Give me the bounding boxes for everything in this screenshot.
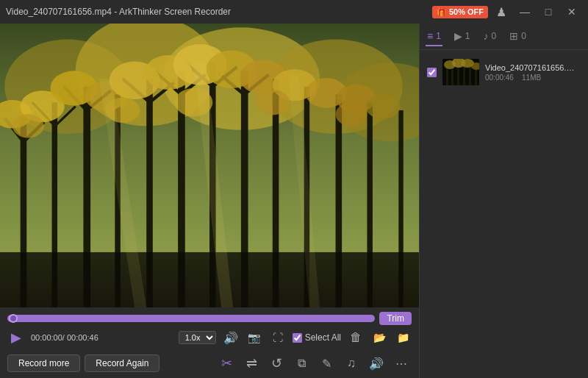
- gift-icon: 🎁: [437, 7, 447, 17]
- file-list: Video_240707161656.mp4 00:00:46 11MB: [420, 50, 588, 378]
- svg-rect-51: [0, 252, 419, 307]
- svg-point-46: [12, 114, 44, 138]
- file-thumbnail: [442, 59, 479, 85]
- svg-point-50: [336, 102, 368, 126]
- edit-tool-icon[interactable]: ✎: [316, 353, 337, 374]
- image-tab-count: 0: [521, 31, 526, 41]
- playback-row: ▶ 00:00:00/ 00:00:46 1.0x 0.5x 1.5x 2.0x…: [7, 329, 412, 346]
- timeline-thumb[interactable]: [9, 314, 18, 323]
- minimize-button[interactable]: —: [514, 1, 535, 22]
- action-left: Record more Record Again: [7, 354, 159, 372]
- play-button[interactable]: ▶: [7, 329, 25, 346]
- volume-icon[interactable]: 🔊: [222, 329, 240, 346]
- title-bar-left: Video_240707161656.mp4 - ArkThinker Scre…: [6, 7, 231, 17]
- left-panel: Trim ▶ 00:00:00/ 00:00:46 1.0x 0.5x 1.5x…: [0, 24, 419, 378]
- file-duration: 00:00:46: [485, 74, 514, 82]
- timeline-row: Trim: [7, 312, 412, 325]
- video-tab-icon: ▶: [454, 30, 462, 42]
- more-tool-icon[interactable]: ⋯: [391, 353, 412, 374]
- select-all-checkbox[interactable]: [293, 333, 302, 343]
- rotate-tool-icon[interactable]: ↺: [266, 353, 287, 374]
- video-area: [0, 24, 419, 307]
- video-tab-count: 1: [465, 31, 470, 41]
- camera-icon[interactable]: 📷: [245, 329, 263, 346]
- close-button[interactable]: ✕: [562, 1, 582, 22]
- right-panel: ≡ 1 ▶ 1 ♪ 0 ⊞ 0: [419, 24, 588, 378]
- audio-tab-icon: ♪: [484, 30, 489, 42]
- action-right: ✂ ⇌ ↺ ⧉ ✎ ♫ 🔊 ⋯: [216, 353, 412, 374]
- audio-tab-count: 0: [492, 31, 497, 41]
- file-item[interactable]: Video_240707161656.mp4 00:00:46 11MB: [424, 54, 584, 90]
- select-all-label[interactable]: Select All: [293, 332, 341, 343]
- title-bar-right: 🎁 50% OFF ♟ — □ ✕: [432, 1, 582, 22]
- maximize-button[interactable]: □: [538, 1, 559, 22]
- copy-tool-icon[interactable]: ⧉: [291, 353, 312, 374]
- folder-open-icon[interactable]: 📂: [370, 329, 388, 346]
- folder-icon[interactable]: 📁: [394, 329, 412, 346]
- audio-tool-icon[interactable]: 🔊: [366, 353, 387, 374]
- select-all-text: Select All: [305, 332, 341, 343]
- forest-svg: [0, 24, 419, 307]
- promo-badge[interactable]: 🎁 50% OFF: [432, 6, 488, 18]
- file-meta: 00:00:46 11MB: [485, 74, 581, 82]
- tab-list[interactable]: ≡ 1: [426, 27, 442, 46]
- speed-select[interactable]: 1.0x 0.5x 1.5x 2.0x: [179, 331, 216, 344]
- time-display: 00:00:00/ 00:00:46: [31, 333, 98, 342]
- timeline-track[interactable]: [7, 315, 375, 322]
- trim-button[interactable]: Trim: [379, 312, 412, 325]
- main-area: Trim ▶ 00:00:00/ 00:00:46 1.0x 0.5x 1.5x…: [0, 24, 588, 378]
- file-name: Video_240707161656.mp4: [485, 63, 581, 72]
- svg-point-45: [365, 93, 400, 118]
- title-bar: Video_240707161656.mp4 - ArkThinker Scre…: [0, 0, 588, 24]
- promo-text: 50% OFF: [449, 7, 484, 16]
- record-more-button[interactable]: Record more: [7, 354, 80, 372]
- tab-video[interactable]: ▶ 1: [453, 27, 472, 46]
- tab-image[interactable]: ⊞ 0: [508, 27, 528, 46]
- app-title: Video_240707161656.mp4 - ArkThinker Scre…: [6, 7, 231, 17]
- current-time: 00:00:00: [31, 333, 62, 342]
- record-again-button[interactable]: Record Again: [85, 354, 159, 372]
- video-background: [0, 24, 419, 307]
- total-time: 00:00:46: [67, 333, 98, 342]
- controls-area: Trim ▶ 00:00:00/ 00:00:46 1.0x 0.5x 1.5x…: [0, 307, 419, 378]
- file-size: 11MB: [522, 74, 541, 82]
- list-tab-count: 1: [436, 31, 441, 41]
- music-tool-icon[interactable]: ♫: [341, 353, 362, 374]
- file-info: Video_240707161656.mp4 00:00:46 11MB: [485, 63, 581, 82]
- tab-audio[interactable]: ♪ 0: [482, 27, 498, 46]
- equalizer-tool-icon[interactable]: ⇌: [241, 353, 262, 374]
- image-tab-icon: ⊞: [509, 30, 518, 42]
- delete-icon[interactable]: 🗑: [347, 329, 365, 346]
- file-checkbox[interactable]: [427, 68, 437, 77]
- action-row: Record more Record Again ✂ ⇌ ↺ ⧉ ✎ ♫ 🔊 ⋯: [7, 350, 412, 375]
- tabs-row: ≡ 1 ▶ 1 ♪ 0 ⊞ 0: [420, 24, 588, 50]
- list-tab-icon: ≡: [427, 30, 433, 42]
- cut-tool-icon[interactable]: ✂: [216, 353, 237, 374]
- fullscreen-icon[interactable]: ⛶: [269, 329, 287, 346]
- user-icon-btn[interactable]: ♟: [491, 1, 512, 22]
- svg-point-49: [255, 90, 290, 115]
